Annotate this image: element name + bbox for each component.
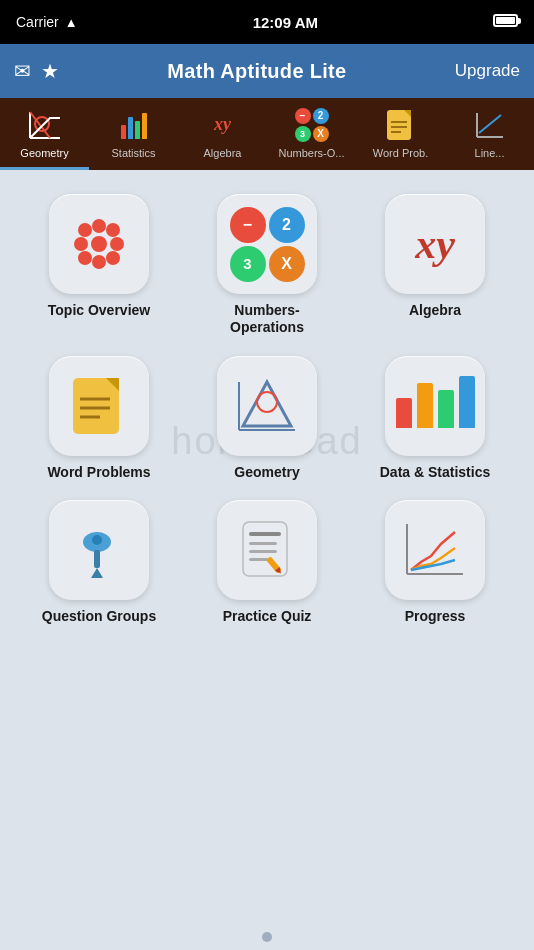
svg-rect-31 bbox=[94, 550, 100, 568]
word-problems-label: Word Problems bbox=[47, 464, 150, 481]
upgrade-button[interactable]: Upgrade bbox=[455, 61, 520, 81]
grid-item-topic-overview[interactable]: Topic Overview bbox=[20, 194, 178, 336]
data-statistics-icon bbox=[385, 356, 485, 456]
tab-statistics-label: Statistics bbox=[111, 147, 155, 159]
svg-point-32 bbox=[92, 535, 102, 545]
svg-marker-26 bbox=[243, 382, 291, 426]
algebra-icon: xy bbox=[385, 194, 485, 294]
tab-geometry[interactable]: Geometry bbox=[0, 98, 89, 170]
svg-point-20 bbox=[106, 251, 120, 265]
svg-marker-33 bbox=[91, 568, 103, 578]
grid-item-practice-quiz[interactable]: Practice Quiz bbox=[188, 500, 346, 625]
progress-label: Progress bbox=[405, 608, 466, 625]
grid-item-question-groups[interactable]: Question Groups bbox=[20, 500, 178, 625]
status-bar: Carrier ▲ 12:09 AM bbox=[0, 0, 534, 44]
question-groups-label: Question Groups bbox=[42, 608, 156, 625]
numbers-ops-tab-icon: − 2 3 X bbox=[294, 107, 330, 143]
svg-line-11 bbox=[479, 115, 501, 133]
svg-point-13 bbox=[92, 219, 106, 233]
topic-overview-label: Topic Overview bbox=[48, 302, 150, 319]
svg-rect-35 bbox=[249, 532, 281, 536]
wifi-icon: ▲ bbox=[65, 15, 78, 30]
star-icon[interactable]: ★ bbox=[41, 59, 59, 83]
main-grid: honeHead Topic Overview − 2 3 bbox=[0, 170, 534, 645]
algebra-tab-icon: xy bbox=[205, 107, 241, 143]
numbers-ops-icon: − 2 3 X bbox=[217, 194, 317, 294]
geometry-tab-icon bbox=[27, 107, 63, 143]
svg-point-19 bbox=[78, 251, 92, 265]
tab-word-problems-label: Word Prob. bbox=[373, 147, 428, 159]
tab-numbers-ops-label: Numbers-O... bbox=[278, 147, 344, 159]
tab-numbers-ops[interactable]: − 2 3 X Numbers-O... bbox=[267, 98, 356, 170]
statistics-tab-icon bbox=[116, 107, 152, 143]
svg-rect-4 bbox=[387, 110, 411, 140]
grid-item-algebra[interactable]: xy Algebra bbox=[356, 194, 514, 336]
app-header: ✉ ★ Math Aptitude Lite Upgrade bbox=[0, 44, 534, 98]
page-indicator bbox=[262, 932, 272, 942]
svg-rect-38 bbox=[249, 558, 269, 561]
tab-statistics[interactable]: Statistics bbox=[89, 98, 178, 170]
svg-point-16 bbox=[110, 237, 124, 251]
tab-linear-label: Line... bbox=[475, 147, 505, 159]
status-time: 12:09 AM bbox=[253, 14, 318, 31]
svg-point-18 bbox=[106, 223, 120, 237]
header-left: ✉ ★ bbox=[14, 59, 59, 83]
battery-indicator bbox=[493, 14, 518, 30]
data-statistics-label: Data & Statistics bbox=[380, 464, 490, 481]
tab-algebra[interactable]: xy Algebra bbox=[178, 98, 267, 170]
svg-rect-37 bbox=[249, 550, 277, 553]
svg-point-15 bbox=[74, 237, 88, 251]
practice-quiz-label: Practice Quiz bbox=[223, 608, 312, 625]
svg-point-14 bbox=[92, 255, 106, 269]
numbers-ops-label: Numbers-Operations bbox=[230, 302, 304, 336]
practice-quiz-icon bbox=[217, 500, 317, 600]
progress-icon bbox=[385, 500, 485, 600]
tab-word-problems[interactable]: Word Prob. bbox=[356, 98, 445, 170]
app-title: Math Aptitude Lite bbox=[167, 60, 346, 83]
grid-item-geometry[interactable]: Geometry bbox=[188, 356, 346, 481]
mail-icon[interactable]: ✉ bbox=[14, 59, 31, 83]
grid-item-progress[interactable]: Progress bbox=[356, 500, 514, 625]
svg-point-29 bbox=[257, 392, 277, 412]
tab-bar: Geometry Statistics xy Algebra − 2 3 X bbox=[0, 98, 534, 170]
svg-rect-36 bbox=[249, 542, 277, 545]
geometry-label: Geometry bbox=[234, 464, 299, 481]
svg-point-12 bbox=[91, 236, 107, 252]
svg-rect-34 bbox=[243, 522, 287, 576]
geometry-icon bbox=[217, 356, 317, 456]
svg-point-17 bbox=[78, 223, 92, 237]
tab-geometry-label: Geometry bbox=[20, 147, 68, 159]
status-left: Carrier ▲ bbox=[16, 14, 78, 30]
word-problems-tab-icon bbox=[383, 107, 419, 143]
linear-tab-icon bbox=[472, 107, 508, 143]
grid-item-numbers-ops[interactable]: − 2 3 X Numbers-Operations bbox=[188, 194, 346, 336]
svg-rect-21 bbox=[73, 378, 119, 434]
carrier-label: Carrier bbox=[16, 14, 59, 30]
question-groups-icon bbox=[49, 500, 149, 600]
topic-overview-icon bbox=[49, 194, 149, 294]
grid-item-word-problems[interactable]: Word Problems bbox=[20, 356, 178, 481]
tab-algebra-label: Algebra bbox=[204, 147, 242, 159]
word-problems-icon bbox=[49, 356, 149, 456]
tab-linear[interactable]: Line... bbox=[445, 98, 534, 170]
algebra-label: Algebra bbox=[409, 302, 461, 319]
grid-item-data-statistics[interactable]: Data & Statistics bbox=[356, 356, 514, 481]
